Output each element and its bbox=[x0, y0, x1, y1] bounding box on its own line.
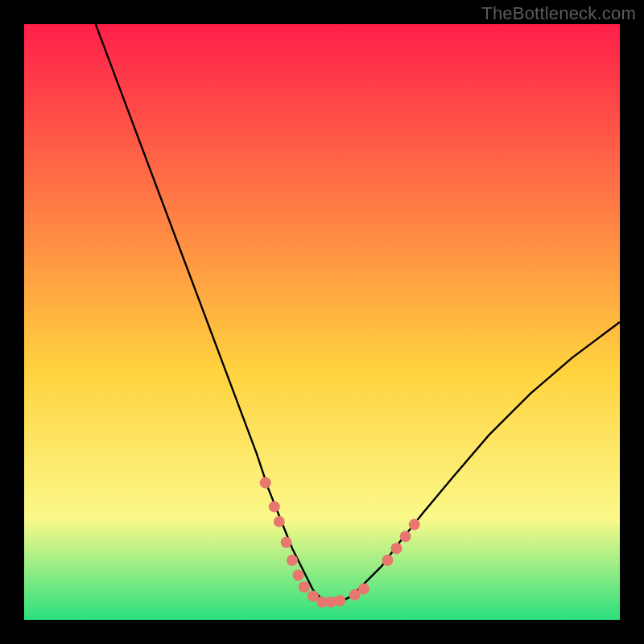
marker-point bbox=[269, 501, 280, 512]
marker-point bbox=[292, 570, 303, 581]
gradient-background bbox=[24, 24, 620, 620]
watermark-text: TheBottleneck.com bbox=[481, 3, 636, 24]
marker-point bbox=[358, 584, 369, 595]
marker-point bbox=[274, 516, 285, 527]
marker-point bbox=[382, 555, 393, 566]
marker-point bbox=[391, 543, 402, 554]
marker-point bbox=[400, 530, 411, 542]
marker-point bbox=[281, 537, 292, 548]
marker-point bbox=[299, 581, 310, 592]
marker-point bbox=[334, 595, 345, 606]
marker-point bbox=[409, 519, 420, 530]
chart-frame bbox=[24, 24, 620, 620]
chart-svg bbox=[24, 24, 620, 620]
marker-point bbox=[260, 477, 271, 489]
marker-point bbox=[287, 555, 298, 566]
